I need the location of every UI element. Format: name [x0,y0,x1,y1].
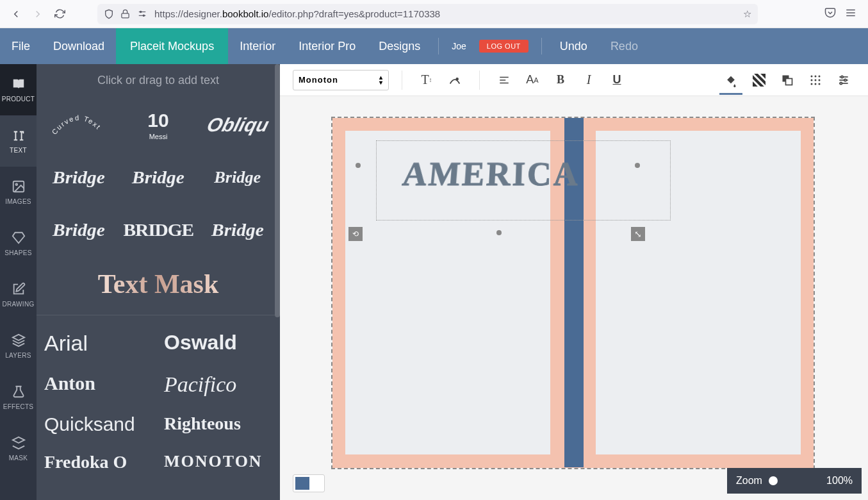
text-toolbar: Monoton ▴▾ T↕ AA B I U [280,64,868,96]
forward-button[interactable] [28,4,47,24]
style-bridge-3[interactable]: Bridge [199,153,276,203]
shield-icon [104,9,114,19]
url-bar[interactable]: https://designer.bookbolt.io/editor.php?… [97,4,758,24]
italic-button[interactable]: I [577,69,600,92]
selection-handle[interactable] [635,163,640,168]
menu-download[interactable]: Download [42,28,116,64]
tool-images[interactable]: IMAGES [0,167,37,218]
back-button[interactable] [6,4,26,24]
text-case-button[interactable]: T↕ [415,69,438,92]
canvas-area: Monoton ▴▾ T↕ AA B I U [280,64,868,500]
current-color [295,477,309,490]
menu-interior-pro[interactable]: Interior Pro [287,28,367,64]
lock-icon [120,9,130,19]
book-icon [12,77,26,91]
zoom-label: Zoom [736,475,762,487]
tool-mask[interactable]: MASK [0,423,37,474]
style-bridge-5[interactable]: BRIDGE [120,205,197,255]
reload-button[interactable] [50,4,69,24]
style-bridge-2[interactable]: Bridge [120,153,197,203]
url-text: https://designer.bookbolt.io/editor.php?… [154,8,440,19]
curve-text-button[interactable] [443,69,466,92]
text-panel: Click or drag to add text Curved Text 10… [37,64,280,500]
svg-text:Curved Text: Curved Text [51,113,103,136]
font-list: Arial Oswald Anton Pacifico Quicksand Ri… [37,323,280,478]
logout-button[interactable]: LOG OUT [479,40,528,53]
align-button[interactable] [493,69,516,92]
svg-point-2 [140,11,142,12]
selection-handle[interactable] [356,163,361,168]
tool-product[interactable]: PRODUCT [0,64,37,115]
position-button[interactable] [776,69,799,92]
bookmark-icon[interactable]: ☆ [743,8,751,20]
menu-redo[interactable]: Redo [599,28,650,64]
svg-point-4 [143,15,144,16]
pencil-icon [12,282,26,296]
style-oblique[interactable]: Obliqu [199,100,276,150]
text-style-grid: Curved Text 10 Messi Obliqu Bridge Bridg… [37,96,280,259]
adjust-button[interactable] [832,69,855,92]
font-righteous[interactable]: Righteous [161,408,275,440]
menu-undo[interactable]: Undo [548,28,599,64]
panel-scrollbar[interactable] [275,64,280,317]
user-label: Joe [445,41,473,51]
font-oswald[interactable]: Oswald [161,326,275,361]
tool-drawing[interactable]: DRAWING [0,269,37,321]
style-bridge-6[interactable]: Bridge [199,205,276,255]
menu-interior[interactable]: Interior [228,28,287,64]
svg-point-28 [819,83,821,85]
bold-button[interactable]: B [549,69,572,92]
style-curved[interactable]: Curved Text [40,100,117,150]
hamburger-icon[interactable] [845,7,856,21]
text-icon [12,128,26,142]
separator [438,38,439,54]
fill-button[interactable] [719,65,742,95]
menu-placeit[interactable]: Placeit Mockups [116,28,228,64]
canvas-workspace[interactable]: AMERICA ⟲ ⤡ Zoom 100% [280,96,868,500]
font-anton[interactable]: Anton [42,367,155,402]
style-bridge-4[interactable]: Bridge [40,205,117,255]
underline-button[interactable]: U [605,69,628,92]
zoom-control[interactable]: Zoom 100% [727,468,862,494]
tool-shapes[interactable]: SHAPES [0,218,37,269]
style-bridge-1[interactable]: Bridge [40,153,117,203]
svg-point-26 [811,83,813,85]
font-pacifico[interactable]: Pacifico [161,367,275,402]
tool-text[interactable]: TEXT [0,115,37,167]
zoom-value: 100% [826,475,853,487]
tool-layers[interactable]: LAYERS [0,321,37,372]
font-monoton[interactable]: Monoton [161,447,275,478]
font-select[interactable]: Monoton ▴▾ [293,70,389,90]
font-quicksand[interactable]: Quicksand [42,408,155,440]
mask-icon [12,436,26,450]
svg-rect-0 [122,13,129,18]
browser-chrome: https://designer.bookbolt.io/editor.php?… [0,0,868,28]
style-jersey[interactable]: 10 Messi [120,100,197,150]
selection-handle[interactable] [496,230,502,235]
resize-handle[interactable]: ⤡ [631,227,645,241]
book-cover[interactable]: AMERICA ⟲ ⤡ [331,117,815,469]
zoom-slider-thumb[interactable] [769,476,778,485]
color-swatch[interactable] [293,474,325,492]
rotate-handle[interactable]: ⟲ [348,227,363,241]
svg-point-34 [840,82,842,84]
svg-marker-11 [12,437,24,443]
svg-point-22 [819,75,821,77]
font-fredoka[interactable]: Fredoka O [42,447,155,478]
tool-effects[interactable]: EFFECTS [0,372,37,423]
text-element-selected[interactable]: AMERICA [358,131,678,214]
font-size-button[interactable]: AA [521,69,544,92]
font-arial[interactable]: Arial [42,326,155,361]
svg-point-25 [819,79,821,81]
app-menu-bar: File Download Placeit Mockups Interior I… [0,28,868,64]
image-icon [12,179,26,194]
pocket-icon[interactable] [824,7,836,21]
grid-button[interactable] [804,69,827,92]
menu-designs[interactable]: Designs [367,28,432,64]
beaker-icon [12,385,26,399]
svg-point-21 [815,75,817,77]
canvas-text-content[interactable]: AMERICA [401,156,580,193]
style-text-mask[interactable]: Text Mask [37,264,280,315]
pattern-button[interactable] [748,69,771,92]
menu-file[interactable]: File [0,28,42,64]
